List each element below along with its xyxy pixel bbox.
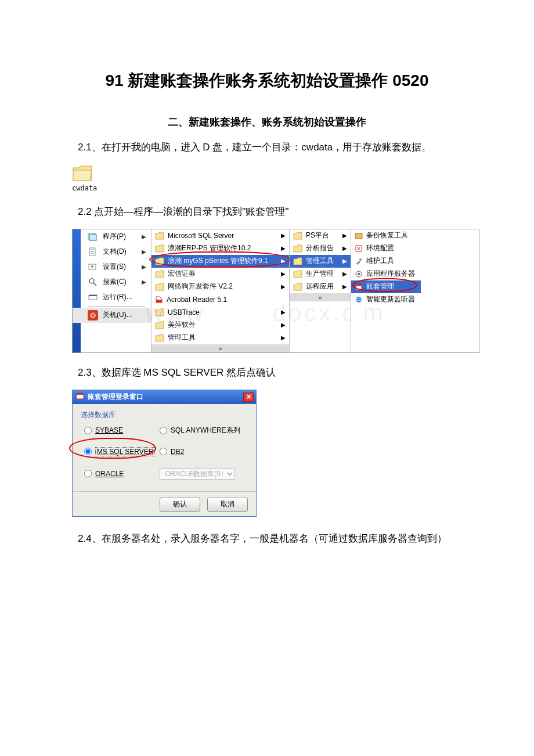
account-icon — [355, 283, 363, 291]
radio-input[interactable] — [160, 448, 167, 455]
radio-sqlanywhere[interactable]: SQL ANYWHERE系列 — [160, 426, 248, 435]
radio-input[interactable] — [84, 470, 92, 477]
folder-icon — [293, 257, 302, 265]
chevron-right-icon: ▶ — [342, 271, 347, 277]
menu-item[interactable]: 智能更新监听器 — [351, 293, 421, 306]
startmenu-item-settings[interactable]: 设置(S) ▶ — [73, 260, 151, 275]
radio-input[interactable] — [160, 427, 167, 434]
menu-label: 管理工具 — [168, 333, 196, 343]
menu-item[interactable]: Microsoft SQL Server ▶ — [151, 229, 289, 242]
para-2-2: 2.2 点开始—程序—浪潮的目录下找到"账套管理" — [58, 204, 476, 221]
folder-icon — [72, 164, 93, 182]
startmenu-label: 运行(R)... — [103, 292, 132, 302]
radio-label: SYBASE — [95, 426, 123, 434]
para-2-1: 2.1、在打开我的电脑，进入 D 盘，建立一个目录：cwdata，用于存放账套数… — [58, 139, 476, 156]
radio-mssql[interactable]: MS SQL SERVER — [84, 447, 160, 456]
menu-item[interactable]: USBTrace ▶ — [151, 306, 289, 319]
menu-item[interactable]: 浪潮ERP-PS 管理软件10.2 ▶ — [151, 242, 289, 255]
startmenu-column-1: 程序(P) ▶ 文档(D) ▶ 设置(S) ▶ 搜索(C) ▶ — [73, 229, 151, 352]
menu-item-highlighted[interactable]: 管理工具 ▶ — [290, 255, 351, 268]
menu-item[interactable]: 环境配置 — [351, 242, 421, 255]
startmenu-separator — [88, 306, 146, 307]
menu-expand[interactable]: » — [151, 344, 289, 352]
group-label: 选择数据库 — [81, 410, 248, 420]
menu-expand[interactable]: » — [290, 293, 351, 301]
chevron-right-icon: ▶ — [281, 271, 286, 277]
menu-item-account-manage[interactable]: 账套管理 — [351, 280, 421, 293]
folder-figure: cwdata — [72, 164, 476, 192]
folder-icon — [155, 283, 164, 291]
chevron-right-icon: ▶ — [142, 233, 146, 240]
svg-point-14 — [358, 273, 360, 275]
startmenu-label: 搜索(C) — [103, 277, 127, 287]
radio-input[interactable] — [84, 448, 92, 455]
folder-icon — [155, 257, 164, 265]
close-button[interactable]: ✕ — [243, 393, 254, 402]
menu-item[interactable]: 维护工具 — [351, 255, 421, 268]
startmenu-item-shutdown[interactable]: ⏻ 关机(U)... — [73, 308, 151, 323]
menu-label: 远程应用 — [306, 282, 334, 291]
documents-icon — [88, 247, 98, 257]
menu-item[interactable]: 美萍软件 ▶ — [151, 319, 289, 332]
svg-rect-20 — [77, 393, 84, 395]
folder-icon — [155, 334, 164, 342]
menu-item[interactable]: 网络狗开发套件 V2.2 ▶ — [151, 280, 289, 293]
menu-item-highlighted[interactable]: 浪潮 myGS pSeries 管理软件9.1 ▶ — [151, 255, 289, 268]
menu-label: 生产管理 — [306, 269, 334, 279]
startmenu-item-programs[interactable]: 程序(P) ▶ — [73, 229, 151, 244]
maint-icon — [355, 257, 363, 265]
login-dialog: 账套管理登录窗口 ✕ 选择数据库 SYBASE SQL ANYWHERE系列 M… — [72, 390, 257, 517]
radio-db2[interactable]: DB2 — [160, 448, 248, 456]
chevron-right-icon: ▶ — [142, 279, 146, 285]
chevron-right-icon: ▶ — [281, 258, 286, 264]
menu-item[interactable]: 分析报告 ▶ — [290, 242, 351, 255]
chevron-right-icon: ▶ — [342, 283, 347, 290]
para-2-3: 2.3、数据库选 MS SQL SERVER 然后点确认 — [58, 365, 476, 381]
startmenu-column-2: Microsoft SQL Server ▶ 浪潮ERP-PS 管理软件10.2… — [151, 229, 290, 352]
para-2-4: 2.4、在服务器名处，录入服务器名字，一般是机器名（可通过数据库服务器查询到） — [58, 531, 476, 548]
menu-item[interactable]: Acrobat Reader 5.1 — [151, 293, 289, 306]
startmenu-item-search[interactable]: 搜索(C) ▶ — [73, 275, 151, 290]
menu-label: 环境配置 — [366, 243, 394, 253]
chevron-right-icon: ▶ — [142, 249, 146, 255]
menu-item[interactable]: 应用程序服务器 — [351, 268, 421, 280]
menu-label: 维护工具 — [366, 256, 394, 266]
oracle-version-select[interactable]: ORACLE数据库[9.0 — [160, 468, 235, 480]
run-icon — [88, 292, 98, 303]
radio-sybase[interactable]: SYBASE — [84, 426, 160, 434]
search-icon — [88, 277, 98, 287]
svg-point-5 — [89, 279, 94, 283]
menu-item[interactable]: 宏信证券 ▶ — [151, 268, 289, 280]
menu-item[interactable]: 备份恢复工具 — [351, 229, 421, 242]
ok-button[interactable]: 确认 — [160, 498, 200, 512]
menu-label: 备份恢复工具 — [366, 231, 408, 240]
folder-icon — [155, 308, 164, 316]
dialog-icon — [76, 392, 84, 402]
env-icon — [355, 244, 363, 253]
svg-point-12 — [359, 258, 362, 261]
folder-icon — [155, 270, 164, 278]
folder-icon — [155, 244, 164, 253]
menu-label: PS平台 — [306, 231, 329, 240]
menu-item[interactable]: 生产管理 ▶ — [290, 268, 351, 280]
shutdown-icon: ⏻ — [88, 310, 98, 321]
menu-label: 账套管理 — [366, 282, 394, 291]
menu-item[interactable]: PS平台 ▶ — [290, 229, 351, 242]
menu-label: 管理工具 — [306, 256, 334, 266]
chevron-right-icon: ▶ — [281, 334, 286, 341]
pdf-icon — [155, 296, 163, 304]
startmenu-item-run[interactable]: 运行(R)... — [73, 290, 151, 305]
menu-item[interactable]: 远程应用 ▶ — [290, 280, 351, 293]
folder-icon — [293, 283, 302, 291]
chevron-right-icon: ▶ — [342, 232, 347, 239]
radio-input[interactable] — [84, 427, 92, 434]
radio-oracle[interactable]: ORACLE — [84, 470, 160, 478]
startmenu-label: 设置(S) — [103, 262, 126, 272]
startmenu-label: 程序(P) — [103, 232, 126, 242]
server-icon — [355, 270, 363, 278]
cancel-button[interactable]: 取消 — [207, 498, 248, 512]
startmenu-item-documents[interactable]: 文档(D) ▶ — [73, 244, 151, 260]
menu-item[interactable]: 管理工具 ▶ — [151, 332, 289, 344]
startmenu-column-4: 备份恢复工具 环境配置 维护工具 应用程序服务器 账套管理 智能更新监听器 m — [351, 229, 421, 352]
menu-label: 浪潮 myGS pSeries 管理软件9.1 — [168, 256, 268, 266]
